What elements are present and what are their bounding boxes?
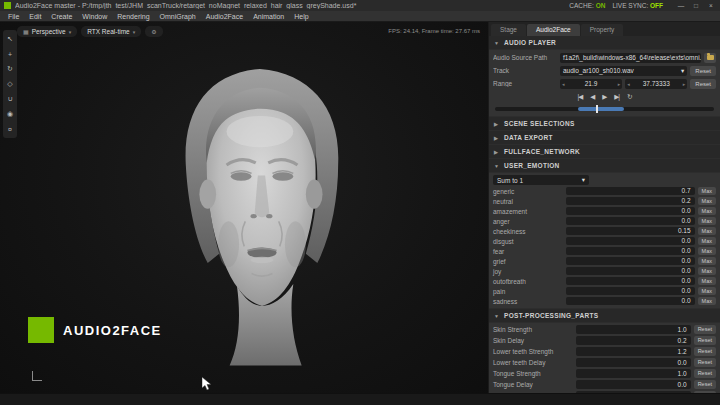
section-audio-player[interactable]: ▼ AUDIO PLAYER <box>489 36 720 49</box>
track-select[interactable]: audio_ar100_sh010.wav ▾ <box>560 66 687 76</box>
post-processing-reset-button[interactable]: Reset <box>694 358 716 367</box>
emotion-max-button[interactable]: Max <box>698 227 716 235</box>
emotion-max-button[interactable]: Max <box>698 257 716 265</box>
select-tool-icon[interactable]: ↖ <box>5 34 15 44</box>
scale-tool-icon[interactable]: ◇ <box>5 79 15 89</box>
post-processing-reset-button[interactable]: Reset <box>694 325 716 334</box>
play-icon[interactable]: ▶ <box>602 93 606 101</box>
menu-item[interactable]: Help <box>289 13 313 20</box>
menu-item[interactable]: Window <box>77 13 112 20</box>
post-processing-value-field[interactable]: 0.2 <box>576 336 691 345</box>
collapsed-section-header[interactable]: ▶ SCENE SELECTIONS <box>489 117 720 130</box>
camera-selector[interactable]: ▦ Perspective ▾ <box>17 26 77 37</box>
browse-folder-button[interactable] <box>704 53 716 63</box>
menu-item[interactable]: Animation <box>248 13 289 20</box>
increment-icon[interactable]: ▸ <box>618 81 621 87</box>
close-button[interactable]: × <box>706 2 716 9</box>
cache-value: ON <box>596 2 606 9</box>
viewport-3d[interactable]: ▦ Perspective ▾ RTX Real-time ▾ ⚙ FPS: 2… <box>0 22 488 393</box>
emotion-value-field[interactable]: 0.0 <box>566 257 695 265</box>
emotion-max-button[interactable]: Max <box>698 237 716 245</box>
emotion-value-field[interactable]: 0.7 <box>566 187 695 195</box>
snap-tool-icon[interactable]: ∪ <box>5 94 15 104</box>
decrement-icon[interactable]: ◂ <box>627 81 630 87</box>
emotion-max-button[interactable]: Max <box>698 267 716 275</box>
audio-source-path-field[interactable]: f1a2f\_build\windows-x86_64\release\exts… <box>560 53 701 63</box>
emotion-value-field[interactable]: 0.0 <box>566 217 695 225</box>
emotion-mode-select[interactable]: Sum to 1 ▾ <box>493 175 589 185</box>
menu-item[interactable]: File <box>3 13 24 20</box>
post-processing-reset-button[interactable]: Reset <box>694 380 716 389</box>
tab-property[interactable]: Property <box>581 24 624 36</box>
emotion-max-button[interactable]: Max <box>698 287 716 295</box>
post-processing-row: Lower teeth Strength 1.2 Reset <box>489 346 720 357</box>
move-tool-icon[interactable]: + <box>5 49 15 59</box>
skip-to-start-icon[interactable]: |◀ <box>578 93 583 101</box>
post-processing-value-field[interactable]: 0.0 <box>576 358 691 367</box>
post-processing-reset-button[interactable]: Reset <box>694 336 716 345</box>
emotion-value-field[interactable]: 0.2 <box>566 197 695 205</box>
section-post-processing[interactable]: ▼ POST-PROCESSING_PARTS <box>489 309 720 322</box>
emotion-max-button[interactable]: Max <box>698 197 716 205</box>
emotion-value-field[interactable]: 0.15 <box>566 227 695 235</box>
frame-selection-tool-icon[interactable]: ◉ <box>5 109 15 119</box>
tab-stage[interactable]: Stage <box>491 24 526 36</box>
post-processing-value-field[interactable]: 1.0 <box>576 325 691 334</box>
post-processing-value-field[interactable]: 0.0 <box>576 380 691 389</box>
post-processing-value-field[interactable]: 1.0 <box>576 369 691 378</box>
viewport-settings-tool-icon[interactable]: ¤ <box>5 124 15 134</box>
collapsed-section-header[interactable]: ▶ DATA EXPORT <box>489 131 720 144</box>
emotion-max-button[interactable]: Max <box>698 207 716 215</box>
post-processing-row: Skin Strength 1.0 Reset <box>489 324 720 335</box>
live-sync-status[interactable]: LIVE SYNC: OFF <box>612 2 663 9</box>
post-processing-reset-button[interactable]: Reset <box>694 347 716 356</box>
emotion-max-button[interactable]: Max <box>698 187 716 195</box>
emotion-value-field[interactable]: 0.0 <box>566 287 695 295</box>
emotion-max-button[interactable]: Max <box>698 277 716 285</box>
emotion-max-button[interactable]: Max <box>698 297 716 305</box>
range-end-field[interactable]: ◂ 37.73333 ▸ <box>625 79 687 89</box>
maximize-button[interactable]: □ <box>691 2 701 9</box>
increment-icon[interactable]: ▸ <box>683 81 686 87</box>
timeline-slider[interactable] <box>495 107 714 111</box>
emotion-max-button[interactable]: Max <box>698 247 716 255</box>
timeline-playhead[interactable] <box>596 105 598 113</box>
emotion-value-field[interactable]: 0.0 <box>566 297 695 305</box>
section-post-processing-label: POST-PROCESSING_PARTS <box>504 312 598 319</box>
menu-item[interactable]: Edit <box>24 13 46 20</box>
loop-icon[interactable]: ↻ <box>627 93 631 101</box>
emotion-value-field[interactable]: 0.0 <box>566 237 695 245</box>
emotion-value-field[interactable]: 0.0 <box>566 247 695 255</box>
menu-bar: File Edit Create Window Rendering OmniGr… <box>0 11 720 22</box>
emotion-mode-value: Sum to 1 <box>497 177 523 184</box>
post-processing-value-field[interactable]: 1.2 <box>576 347 691 356</box>
emotion-label: generic <box>493 188 563 195</box>
decrement-icon[interactable]: ◂ <box>562 81 565 87</box>
step-back-icon[interactable]: ◀ <box>590 93 594 101</box>
emotion-value-field[interactable]: 0.0 <box>566 267 695 275</box>
menu-item[interactable]: OmniGraph <box>155 13 201 20</box>
post-processing-reset-button[interactable]: Reset <box>694 369 716 378</box>
viewport-header: ▦ Perspective ▾ RTX Real-time ▾ ⚙ <box>17 26 163 37</box>
minimize-button[interactable]: — <box>676 2 686 9</box>
range-reset-button[interactable]: Reset <box>690 79 716 89</box>
emotion-value-field[interactable]: 0.0 <box>566 207 695 215</box>
post-processing-row: Skin Delay 0.2 Reset <box>489 335 720 346</box>
track-reset-button[interactable]: Reset <box>690 66 716 76</box>
tab-audio2face[interactable]: Audio2Face <box>527 24 580 36</box>
menu-item[interactable]: Audio2Face <box>201 13 248 20</box>
renderer-selector[interactable]: RTX Real-time ▾ <box>81 26 141 37</box>
collapsed-section-header[interactable]: ▶ FULLFACE_NETWORK <box>489 145 720 158</box>
renderer-selector-label: RTX Real-time <box>87 28 130 35</box>
emotion-max-button[interactable]: Max <box>698 217 716 225</box>
range-start-field[interactable]: ◂ 21.9 ▸ <box>560 79 622 89</box>
post-processing-label: Lower teeth Delay <box>493 359 573 366</box>
emotion-value-field[interactable]: 0.0 <box>566 277 695 285</box>
section-user-emotion[interactable]: ▼ USER_EMOTION <box>489 159 720 172</box>
menu-item[interactable]: Rendering <box>112 13 154 20</box>
title-bar: Audio2Face master - P:/tmp/jth_test/JHM_… <box>0 0 720 11</box>
rotate-tool-icon[interactable]: ↻ <box>5 64 15 74</box>
viewport-settings-button[interactable]: ⚙ <box>145 26 162 37</box>
skip-to-end-icon[interactable]: ▶| <box>614 93 619 101</box>
menu-item[interactable]: Create <box>46 13 77 20</box>
